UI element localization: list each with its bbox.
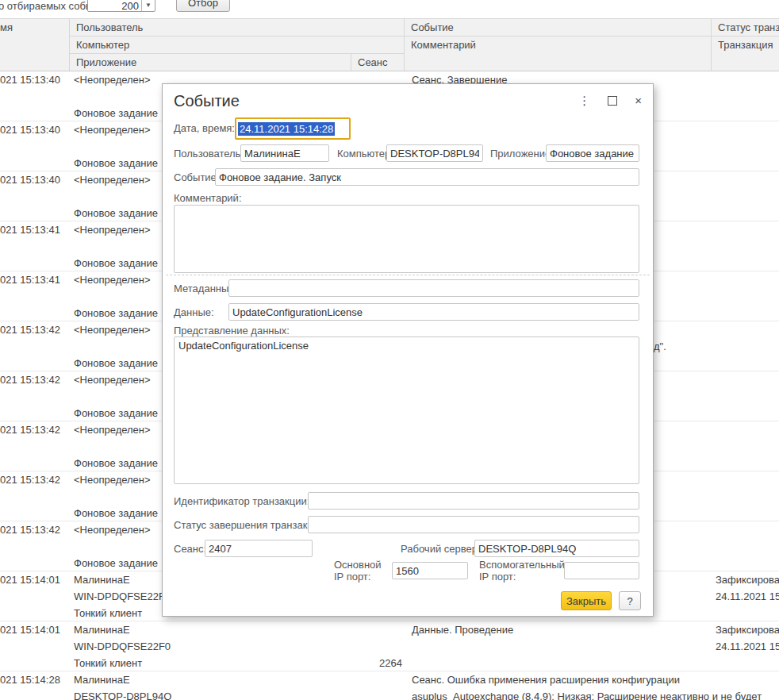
application-field[interactable]	[546, 144, 639, 162]
cell-comment: д".	[654, 340, 666, 352]
column-header-application[interactable]: Приложение	[70, 54, 351, 71]
metadata-field[interactable]	[228, 279, 639, 297]
column-header-datetime[interactable]: мя	[0, 19, 70, 71]
computer-field[interactable]	[386, 144, 483, 162]
close-button[interactable]: Закрыть	[561, 591, 612, 610]
data-presentation-label: Представление данных:	[174, 325, 290, 337]
filter-button[interactable]: Отбор	[176, 0, 230, 12]
transaction-status-label: Статус завершения транзакции:	[174, 519, 328, 531]
cell-transaction: 24.11.2021 15:1	[716, 590, 779, 602]
cell-user: <Неопределен>	[74, 224, 151, 236]
cell-transaction: 24.11.2021 15:1	[716, 640, 779, 652]
log-row[interactable]: 021 15:14:28 МалининаЕ DESKTOP-D8PL94Q С…	[0, 671, 779, 700]
section-divider	[166, 275, 650, 275]
event-field[interactable]	[215, 168, 639, 186]
cell-status: Зафиксирована	[716, 574, 779, 586]
cell-user: МалининаЕ	[74, 674, 130, 686]
cell-datetime: 021 15:13:40	[0, 124, 60, 136]
help-button[interactable]: ?	[619, 591, 641, 610]
cell-application: Тонкий клиент	[74, 607, 142, 619]
datetime-field[interactable]: 24.11.2021 15:14:28	[235, 117, 351, 140]
cell-datetime: 021 15:14:28	[0, 674, 60, 686]
cell-computer: WIN-DPDQFSE22F0	[74, 590, 171, 602]
cell-session: 2264	[351, 657, 402, 669]
event-dialog: Событие ⋮ × Дата, время: 24.11.2021 15:1…	[162, 83, 654, 617]
log-table-header: мя Пользователь Компьютер Приложение Сеа…	[0, 18, 779, 71]
session-field[interactable]	[205, 540, 313, 557]
cell-application: Фоновое задание	[74, 507, 158, 519]
main-port-label: Основной IP порт:	[334, 559, 391, 583]
server-field[interactable]	[474, 540, 639, 557]
main-port-field[interactable]	[392, 562, 468, 579]
filter-toolbar: о отбираемых событий: 200 ▼ Отбор	[0, 0, 779, 16]
cell-user: <Неопределен>	[74, 274, 151, 286]
user-field[interactable]	[240, 144, 329, 162]
cell-datetime: 021 15:13:40	[0, 74, 60, 86]
cell-user: <Неопределен>	[74, 474, 151, 486]
session-label: Сеанс:	[174, 543, 206, 555]
cell-application: Фоновое задание	[74, 307, 158, 319]
cell-application: Фоновое задание	[74, 407, 158, 419]
event-label: Событие:	[174, 171, 219, 183]
cell-event: Данные. Проведение	[412, 624, 513, 636]
column-header-transaction[interactable]: Транзакция	[712, 37, 779, 71]
cell-user: <Неопределен>	[74, 424, 151, 436]
datetime-selected-text: 24.11.2021 15:14:28	[238, 122, 335, 136]
event-log-screen: о отбираемых событий: 200 ▼ Отбор мя Пол…	[0, 0, 779, 700]
aux-port-label: Вспомогательный IP порт:	[479, 559, 566, 583]
cell-application: Фоновое задание	[74, 357, 158, 369]
column-header-comment[interactable]: Комментарий	[405, 37, 712, 71]
cell-user: МалининаЕ	[74, 574, 130, 586]
cell-application: Фоновое задание	[74, 557, 158, 569]
cell-datetime: 021 15:13:42	[0, 374, 60, 386]
cell-application: Фоновое задание	[74, 257, 158, 269]
cell-comment: asuplus_Autoexchange (8.4.9): Низкая: Ра…	[412, 690, 762, 700]
cell-application: Фоновое задание	[74, 157, 158, 169]
cell-application: Фоновое задание	[74, 107, 158, 119]
cell-datetime: 021 15:14:01	[0, 574, 60, 586]
data-presentation-field[interactable]: UpdateConfigurationLicense	[174, 337, 639, 484]
events-count-input[interactable]: 200 ▼	[87, 0, 155, 12]
cell-application: Фоновое задание	[74, 457, 158, 469]
column-header-event[interactable]: Событие	[405, 19, 712, 37]
column-header-user[interactable]: Пользователь	[70, 19, 405, 37]
column-header-status[interactable]: Статус транза	[712, 19, 779, 37]
more-menu-icon[interactable]: ⋮	[578, 94, 590, 106]
transaction-status-field[interactable]	[308, 516, 639, 533]
cell-user: <Неопределен>	[74, 174, 151, 186]
cell-datetime: 021 15:13:42	[0, 524, 60, 536]
dialog-title: Событие	[174, 92, 240, 110]
server-label: Рабочий сервер:	[401, 543, 481, 555]
data-field[interactable]	[228, 303, 639, 321]
application-label: Приложение:	[490, 148, 554, 160]
comment-field[interactable]	[174, 205, 639, 273]
cell-datetime: 021 15:13:40	[0, 174, 60, 186]
maximize-icon[interactable]	[608, 96, 617, 106]
cell-application: Тонкий клиент	[74, 657, 142, 669]
cell-user: <Неопределен>	[74, 124, 151, 136]
computer-label: Компьютер:	[337, 148, 393, 160]
cell-status: Зафиксирована	[716, 624, 779, 636]
cell-user: <Неопределен>	[74, 524, 151, 536]
cell-datetime: 021 15:13:42	[0, 474, 60, 486]
chevron-down-icon[interactable]: ▼	[141, 0, 155, 11]
cell-datetime: 021 15:13:42	[0, 424, 60, 436]
cell-datetime: 021 15:13:41	[0, 274, 60, 286]
close-icon[interactable]: ×	[635, 94, 642, 106]
column-header-session[interactable]: Сеанс	[351, 54, 405, 71]
cell-user: <Неопределен>	[74, 74, 151, 86]
column-header-computer[interactable]: Компьютер	[70, 37, 405, 54]
transaction-id-field[interactable]	[308, 492, 639, 510]
comment-label: Комментарий:	[174, 192, 242, 204]
datetime-label: Дата, время:	[174, 122, 235, 134]
log-row[interactable]: 021 15:14:01 МалининаЕ WIN-DPDQFSE22F0 Т…	[0, 621, 779, 671]
data-label: Данные:	[174, 306, 214, 318]
cell-event: Сеанс. Ошибка применения расширения конф…	[412, 674, 680, 686]
cell-user: МалининаЕ	[74, 624, 130, 636]
aux-port-field[interactable]	[564, 562, 639, 579]
events-count-value: 200	[121, 0, 139, 12]
cell-datetime: 021 15:14:01	[0, 624, 60, 636]
cell-user: <Неопределен>	[74, 374, 151, 386]
cell-datetime: 021 15:13:42	[0, 324, 60, 336]
transaction-id-label: Идентификатор транзакции:	[174, 495, 309, 507]
